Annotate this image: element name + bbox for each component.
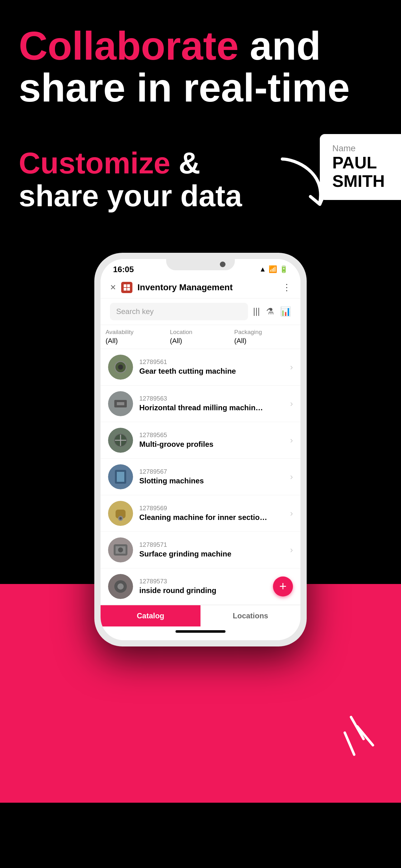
list-item[interactable]: 12789573 inside round grinding + <box>101 568 300 605</box>
phone-mockup: 16:05 ▲ 📶 🔋 ✕ <box>94 253 307 647</box>
locations-label: Locations <box>233 612 268 620</box>
search-bar: Search key ||| ⚗ 📊 <box>101 299 300 325</box>
search-placeholder: Search key <box>116 307 154 316</box>
filter-packaging[interactable]: Packaging (All) <box>234 329 295 345</box>
svg-rect-16 <box>117 472 124 482</box>
filter-location[interactable]: Location (All) <box>170 329 231 345</box>
item-code-6: 12789571 <box>139 541 284 548</box>
search-icons: ||| ⚗ 📊 <box>253 306 291 316</box>
bottom-nav: Catalog Locations <box>101 605 300 626</box>
item-code-2: 12789563 <box>139 395 284 402</box>
item-info-4: 12789567 Slotting machines <box>139 468 284 485</box>
item-code-1: 12789561 <box>139 359 284 366</box>
app-logo <box>121 282 132 293</box>
item-name-6: Surface grinding machine <box>139 550 284 558</box>
filter-location-value: (All) <box>170 337 231 345</box>
name-card: Name PAUL SMITH <box>320 134 401 200</box>
list-item[interactable]: 12789567 Slotting machines › <box>101 459 300 495</box>
close-icon[interactable]: ✕ <box>110 283 116 292</box>
battery-icon: 🔋 <box>279 265 288 273</box>
wifi-icon: 📶 <box>269 265 277 273</box>
customize-word: Customize <box>19 146 170 180</box>
hero-title: Collaborate and share in real-time <box>19 25 382 109</box>
item-code-4: 12789567 <box>139 468 284 475</box>
svg-line-29 <box>357 726 373 745</box>
status-time: 16:05 <box>113 265 134 274</box>
item-info-2: 12789563 Horizontal thread milling machi… <box>139 395 284 412</box>
svg-line-30 <box>345 733 354 754</box>
filter-row: Availability (All) Location (All) Packag… <box>101 325 300 349</box>
app-title: Inventory Management <box>137 282 277 292</box>
item-image-3 <box>108 428 133 453</box>
item-name-4: Slotting machines <box>139 476 284 485</box>
item-info-1: 12789561 Gear teeth cutting machine <box>139 359 284 376</box>
item-image-5 <box>108 501 133 526</box>
item-info-6: 12789571 Surface grinding machine <box>139 541 284 558</box>
item-image-1 <box>108 354 133 380</box>
filter-availability[interactable]: Availability (All) <box>106 329 167 345</box>
hero-collaborate: Collaborate <box>19 24 239 68</box>
list-item[interactable]: 12789571 Surface grinding machine › <box>101 532 300 568</box>
name-card-label: Name <box>332 144 389 153</box>
svg-rect-9 <box>117 402 124 405</box>
chevron-right-icon: › <box>290 545 293 555</box>
customize-amp: & <box>170 146 200 180</box>
item-name-2: Horizontal thread milling machin… <box>139 403 284 412</box>
item-name-7: inside round grinding <box>139 586 293 595</box>
chevron-right-icon: › <box>290 508 293 518</box>
svg-point-24 <box>118 548 123 552</box>
item-image-2 <box>108 391 133 416</box>
filter-packaging-value: (All) <box>234 337 295 345</box>
chevron-right-icon: › <box>290 435 293 445</box>
more-icon[interactable]: ⋮ <box>282 282 291 292</box>
phone-notch <box>166 259 235 270</box>
filter-availability-value: (All) <box>106 337 167 345</box>
status-icons: ▲ 📶 🔋 <box>259 265 288 273</box>
search-input[interactable]: Search key <box>110 303 248 320</box>
share-data-text: share your data <box>19 179 242 213</box>
tab-catalog[interactable]: Catalog <box>101 605 201 626</box>
barcode-icon[interactable]: ||| <box>253 306 260 316</box>
fab-button[interactable]: + <box>273 577 293 596</box>
item-image-6 <box>108 537 133 562</box>
hero-share: share <box>19 65 136 110</box>
item-code-7: 12789573 <box>139 578 293 585</box>
filter-availability-label: Availability <box>106 329 167 336</box>
chart-icon[interactable]: 📊 <box>280 306 291 316</box>
list-item[interactable]: 12789561 Gear teeth cutting machine › <box>101 349 300 385</box>
tab-locations[interactable]: Locations <box>201 605 300 626</box>
list-item[interactable]: 12789563 Horizontal thread milling machi… <box>101 385 300 422</box>
item-name-5: Cleaning machine for inner sectio… <box>139 513 284 522</box>
svg-point-20 <box>119 517 122 520</box>
phone-wrap: 16:05 ▲ 📶 🔋 ✕ <box>85 253 316 647</box>
item-code-5: 12789569 <box>139 505 284 512</box>
hero-realtime: in real-time <box>136 65 350 110</box>
inventory-list: 12789561 Gear teeth cutting machine › 12… <box>101 349 300 605</box>
home-indicator <box>175 630 226 633</box>
list-item[interactable]: 12789569 Cleaning machine for inner sect… <box>101 495 300 532</box>
svg-rect-0 <box>124 284 127 287</box>
phone-inner: 16:05 ▲ 📶 🔋 ✕ <box>101 259 300 640</box>
item-image-7 <box>108 574 133 599</box>
app-header: ✕ Inventory Management ⋮ <box>101 277 300 299</box>
svg-rect-3 <box>127 288 130 290</box>
phone-section: 16:05 ▲ 📶 🔋 ✕ <box>0 228 401 647</box>
name-card-value: PAUL SMITH <box>332 153 389 191</box>
name-line1: PAUL <box>332 153 377 172</box>
list-item[interactable]: 12789565 Multi-groove profiles › <box>101 422 300 459</box>
hero-and: and <box>239 24 321 68</box>
deco-lines <box>326 714 376 771</box>
chevron-right-icon: › <box>290 472 293 482</box>
camera-icon <box>220 261 226 267</box>
customize-section: Customize & share your data Name PAUL SM… <box>0 128 401 228</box>
item-info-7: 12789573 inside round grinding <box>139 578 293 595</box>
filter-icon[interactable]: ⚗ <box>266 306 274 316</box>
item-code-3: 12789565 <box>139 432 284 439</box>
svg-rect-2 <box>124 288 127 290</box>
chevron-right-icon: › <box>290 362 293 372</box>
filter-location-label: Location <box>170 329 231 336</box>
svg-point-27 <box>118 583 124 590</box>
bottom-bar <box>101 626 300 640</box>
decorative-lines-icon <box>326 714 376 770</box>
item-name-3: Multi-groove profiles <box>139 440 284 449</box>
